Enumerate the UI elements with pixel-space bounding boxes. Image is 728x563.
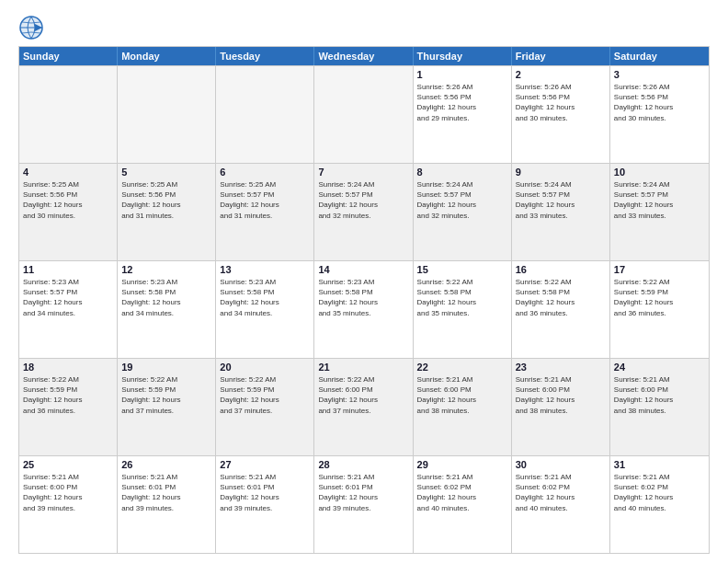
header — [18, 15, 710, 40]
calendar-cell: 10Sunrise: 5:24 AM Sunset: 5:57 PM Dayli… — [610, 164, 709, 260]
day-info: Sunrise: 5:23 AM Sunset: 5:58 PM Dayligh… — [220, 277, 310, 318]
day-number: 23 — [516, 362, 606, 373]
day-info: Sunrise: 5:21 AM Sunset: 6:02 PM Dayligh… — [417, 472, 507, 513]
day-number: 24 — [614, 362, 705, 373]
page: SundayMondayTuesdayWednesdayThursdayFrid… — [0, 0, 728, 563]
calendar-cell: 16Sunrise: 5:22 AM Sunset: 5:58 PM Dayli… — [512, 261, 610, 358]
day-number: 17 — [614, 264, 705, 275]
day-info: Sunrise: 5:21 AM Sunset: 6:01 PM Dayligh… — [318, 472, 408, 513]
calendar-header-day: Wednesday — [314, 47, 413, 65]
day-info: Sunrise: 5:21 AM Sunset: 6:00 PM Dayligh… — [417, 374, 507, 416]
calendar-cell: 20Sunrise: 5:22 AM Sunset: 5:59 PM Dayli… — [216, 359, 314, 455]
calendar-cell — [216, 66, 314, 163]
calendar-cell: 19Sunrise: 5:22 AM Sunset: 5:59 PM Dayli… — [118, 359, 216, 455]
calendar-week: 4Sunrise: 5:25 AM Sunset: 5:56 PM Daylig… — [19, 163, 709, 260]
day-number: 5 — [121, 167, 211, 178]
day-info: Sunrise: 5:23 AM Sunset: 5:57 PM Dayligh… — [23, 277, 113, 318]
day-number: 14 — [318, 264, 408, 275]
calendar-cell: 30Sunrise: 5:21 AM Sunset: 6:02 PM Dayli… — [512, 456, 610, 553]
day-info: Sunrise: 5:26 AM Sunset: 5:56 PM Dayligh… — [614, 82, 705, 123]
day-info: Sunrise: 5:22 AM Sunset: 5:58 PM Dayligh… — [417, 277, 507, 318]
day-info: Sunrise: 5:22 AM Sunset: 5:59 PM Dayligh… — [23, 374, 113, 416]
calendar-header-day: Saturday — [610, 47, 709, 65]
calendar-cell: 4Sunrise: 5:25 AM Sunset: 5:56 PM Daylig… — [19, 164, 118, 260]
day-info: Sunrise: 5:24 AM Sunset: 5:57 PM Dayligh… — [318, 179, 408, 221]
calendar-cell: 13Sunrise: 5:23 AM Sunset: 5:58 PM Dayli… — [216, 261, 314, 358]
day-info: Sunrise: 5:21 AM Sunset: 6:02 PM Dayligh… — [516, 472, 606, 513]
day-info: Sunrise: 5:21 AM Sunset: 6:01 PM Dayligh… — [121, 472, 211, 513]
day-number: 26 — [121, 459, 211, 470]
day-info: Sunrise: 5:25 AM Sunset: 5:57 PM Dayligh… — [220, 179, 310, 221]
day-number: 19 — [121, 362, 211, 373]
day-number: 8 — [417, 167, 507, 178]
calendar-cell: 17Sunrise: 5:22 AM Sunset: 5:59 PM Dayli… — [610, 261, 709, 358]
calendar-cell: 15Sunrise: 5:22 AM Sunset: 5:58 PM Dayli… — [414, 261, 512, 358]
calendar-cell: 7Sunrise: 5:24 AM Sunset: 5:57 PM Daylig… — [314, 164, 413, 260]
day-number: 7 — [318, 167, 408, 178]
day-number: 10 — [614, 167, 705, 178]
calendar-header-day: Monday — [118, 47, 216, 65]
day-number: 18 — [23, 362, 113, 373]
calendar-cell: 12Sunrise: 5:23 AM Sunset: 5:58 PM Dayli… — [118, 261, 216, 358]
day-number: 16 — [516, 264, 606, 275]
calendar-cell — [19, 66, 118, 163]
day-number: 6 — [220, 167, 310, 178]
day-number: 12 — [121, 264, 211, 275]
day-number: 28 — [318, 459, 408, 470]
day-info: Sunrise: 5:21 AM Sunset: 6:00 PM Dayligh… — [516, 374, 606, 416]
calendar-body: 1Sunrise: 5:26 AM Sunset: 5:56 PM Daylig… — [19, 65, 709, 553]
day-number: 9 — [516, 167, 606, 178]
calendar-cell: 28Sunrise: 5:21 AM Sunset: 6:01 PM Dayli… — [314, 456, 413, 553]
calendar-cell: 6Sunrise: 5:25 AM Sunset: 5:57 PM Daylig… — [216, 164, 314, 260]
day-number: 11 — [23, 264, 113, 275]
calendar: SundayMondayTuesdayWednesdayThursdayFrid… — [18, 46, 710, 554]
day-info: Sunrise: 5:24 AM Sunset: 5:57 PM Dayligh… — [417, 179, 507, 221]
calendar-header-day: Friday — [512, 47, 610, 65]
day-info: Sunrise: 5:22 AM Sunset: 5:59 PM Dayligh… — [220, 374, 310, 416]
calendar-cell: 8Sunrise: 5:24 AM Sunset: 5:57 PM Daylig… — [414, 164, 512, 260]
day-info: Sunrise: 5:26 AM Sunset: 5:56 PM Dayligh… — [417, 82, 507, 123]
day-number: 25 — [23, 459, 113, 470]
calendar-cell: 18Sunrise: 5:22 AM Sunset: 5:59 PM Dayli… — [19, 359, 118, 455]
calendar-header-day: Tuesday — [216, 47, 314, 65]
day-number: 30 — [516, 459, 606, 470]
calendar-cell: 31Sunrise: 5:21 AM Sunset: 6:02 PM Dayli… — [610, 456, 709, 553]
day-number: 29 — [417, 459, 507, 470]
day-info: Sunrise: 5:23 AM Sunset: 5:58 PM Dayligh… — [121, 277, 211, 318]
day-number: 15 — [417, 264, 507, 275]
logo-icon — [18, 15, 44, 40]
day-info: Sunrise: 5:21 AM Sunset: 6:02 PM Dayligh… — [614, 472, 705, 513]
day-info: Sunrise: 5:21 AM Sunset: 6:00 PM Dayligh… — [23, 472, 113, 513]
calendar-cell — [314, 66, 413, 163]
calendar-cell: 11Sunrise: 5:23 AM Sunset: 5:57 PM Dayli… — [19, 261, 118, 358]
day-info: Sunrise: 5:22 AM Sunset: 5:58 PM Dayligh… — [516, 277, 606, 318]
day-info: Sunrise: 5:26 AM Sunset: 5:56 PM Dayligh… — [516, 82, 606, 123]
calendar-cell: 5Sunrise: 5:25 AM Sunset: 5:56 PM Daylig… — [118, 164, 216, 260]
day-number: 31 — [614, 459, 705, 470]
day-info: Sunrise: 5:22 AM Sunset: 5:59 PM Dayligh… — [121, 374, 211, 416]
day-number: 3 — [614, 69, 705, 80]
calendar-cell: 14Sunrise: 5:23 AM Sunset: 5:58 PM Dayli… — [314, 261, 413, 358]
day-info: Sunrise: 5:22 AM Sunset: 6:00 PM Dayligh… — [318, 374, 408, 416]
calendar-cell: 24Sunrise: 5:21 AM Sunset: 6:00 PM Dayli… — [610, 359, 709, 455]
day-info: Sunrise: 5:22 AM Sunset: 5:59 PM Dayligh… — [614, 277, 705, 318]
calendar-cell: 9Sunrise: 5:24 AM Sunset: 5:57 PM Daylig… — [512, 164, 610, 260]
day-number: 4 — [23, 167, 113, 178]
day-info: Sunrise: 5:25 AM Sunset: 5:56 PM Dayligh… — [121, 179, 211, 221]
day-info: Sunrise: 5:25 AM Sunset: 5:56 PM Dayligh… — [23, 179, 113, 221]
day-info: Sunrise: 5:21 AM Sunset: 6:01 PM Dayligh… — [220, 472, 310, 513]
calendar-week: 25Sunrise: 5:21 AM Sunset: 6:00 PM Dayli… — [19, 455, 709, 553]
day-number: 27 — [220, 459, 310, 470]
calendar-week: 1Sunrise: 5:26 AM Sunset: 5:56 PM Daylig… — [19, 65, 709, 163]
day-number: 13 — [220, 264, 310, 275]
calendar-cell: 27Sunrise: 5:21 AM Sunset: 6:01 PM Dayli… — [216, 456, 314, 553]
day-info: Sunrise: 5:21 AM Sunset: 6:00 PM Dayligh… — [614, 374, 705, 416]
calendar-cell: 25Sunrise: 5:21 AM Sunset: 6:00 PM Dayli… — [19, 456, 118, 553]
calendar-cell: 26Sunrise: 5:21 AM Sunset: 6:01 PM Dayli… — [118, 456, 216, 553]
day-number: 22 — [417, 362, 507, 373]
calendar-cell: 22Sunrise: 5:21 AM Sunset: 6:00 PM Dayli… — [414, 359, 512, 455]
day-number: 1 — [417, 69, 507, 80]
day-number: 2 — [516, 69, 606, 80]
calendar-week: 11Sunrise: 5:23 AM Sunset: 5:57 PM Dayli… — [19, 260, 709, 358]
day-info: Sunrise: 5:23 AM Sunset: 5:58 PM Dayligh… — [318, 277, 408, 318]
